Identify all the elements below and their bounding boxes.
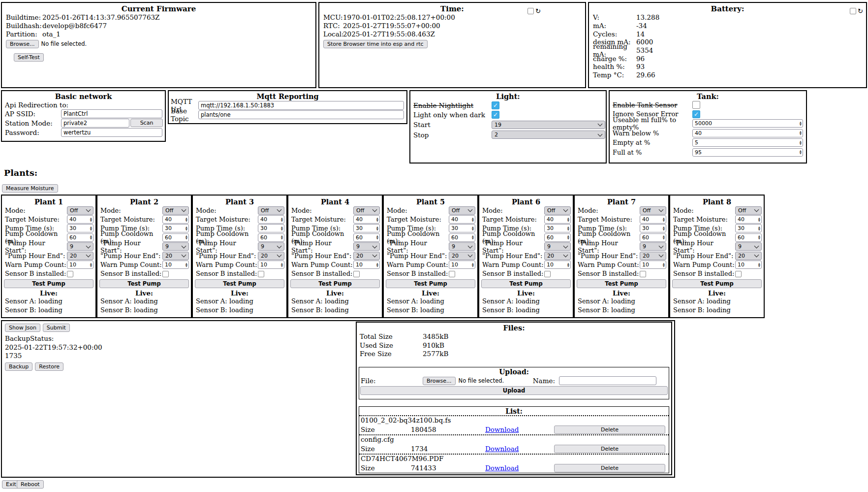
pump-hour-start-select[interactable]: 9 — [640, 242, 666, 251]
upload-browse-button[interactable]: Browse... — [423, 377, 456, 385]
number-spinner[interactable]: ▲▼ — [663, 226, 665, 231]
show-json-button[interactable]: Show Json — [5, 324, 40, 332]
number-spinner[interactable]: ▲▼ — [663, 217, 665, 222]
pump-cooldown-input[interactable]: 60▲▼ — [544, 233, 571, 242]
pump-hour-start-select[interactable]: 9 — [258, 242, 284, 251]
sensor-b-installed-checkbox[interactable]: ✓ — [353, 271, 360, 277]
number-spinner[interactable]: ▲▼ — [281, 226, 283, 231]
pump-time-input[interactable]: 30▲▼ — [162, 224, 189, 232]
light-start-select[interactable]: 19 — [492, 121, 605, 129]
number-spinner[interactable]: ▲▼ — [758, 235, 760, 240]
useable-ml-input[interactable]: 50000▲▼ — [692, 119, 803, 128]
pump-cooldown-input[interactable]: 60▲▼ — [449, 233, 475, 242]
download-link[interactable]: Download — [485, 464, 554, 472]
target-moisture-input[interactable]: 40▲▼ — [735, 215, 762, 224]
target-moisture-input[interactable]: 40▲▼ — [162, 215, 189, 224]
warn-pump-count-input[interactable]: 10▲▼ — [162, 261, 189, 269]
number-spinner[interactable]: ▲▼ — [567, 262, 569, 267]
sensor-b-installed-checkbox[interactable]: ✓ — [162, 271, 169, 277]
number-spinner[interactable]: ▲▼ — [472, 217, 474, 222]
time-auto-refresh-checkbox[interactable]: ✓ — [527, 8, 534, 14]
pump-cooldown-input[interactable]: 60▲▼ — [640, 233, 666, 242]
full-at-input[interactable]: 95▲▼ — [692, 148, 803, 157]
mode-select[interactable]: Off — [258, 206, 284, 215]
pump-hour-end-select[interactable]: 20 — [735, 252, 762, 260]
warn-pump-count-input[interactable]: 10▲▼ — [449, 261, 475, 269]
upload-button[interactable]: Upload — [360, 386, 668, 395]
pump-hour-end-select[interactable]: 20 — [258, 252, 284, 260]
target-moisture-input[interactable]: 40▲▼ — [258, 215, 284, 224]
number-spinner[interactable]: ▲▼ — [663, 235, 665, 240]
test-pump-button[interactable]: Test Pump — [290, 279, 380, 288]
number-spinner[interactable]: ▲▼ — [281, 235, 283, 240]
number-spinner[interactable]: ▲▼ — [90, 217, 92, 222]
pump-hour-start-select[interactable]: 9 — [67, 242, 93, 251]
pump-cooldown-input[interactable]: 60▲▼ — [353, 233, 380, 242]
number-spinner[interactable]: ▲▼ — [472, 235, 474, 240]
test-pump-button[interactable]: Test Pump — [99, 279, 189, 288]
pump-time-input[interactable]: 30▲▼ — [67, 224, 93, 232]
light-only-dark-checkbox[interactable]: ✓ — [492, 111, 499, 119]
number-spinner[interactable]: ▲▼ — [376, 226, 378, 231]
sensor-b-installed-checkbox[interactable]: ✓ — [640, 271, 646, 277]
password-input[interactable] — [61, 128, 162, 137]
pump-time-input[interactable]: 30▲▼ — [449, 224, 475, 232]
number-spinner[interactable]: ▲▼ — [663, 262, 665, 267]
number-spinner[interactable]: ▲▼ — [186, 226, 187, 231]
pump-hour-start-select[interactable]: 9 — [449, 242, 475, 251]
test-pump-button[interactable]: Test Pump — [195, 279, 284, 288]
mode-select[interactable]: Off — [67, 206, 93, 215]
store-browser-time-button[interactable]: Store Browser time into esp and rtc — [323, 40, 428, 48]
pump-hour-start-select[interactable]: 9 — [544, 242, 571, 251]
warn-pump-count-input[interactable]: 10▲▼ — [258, 261, 284, 269]
number-spinner[interactable]: ▲▼ — [281, 217, 283, 222]
pump-hour-end-select[interactable]: 20 — [353, 252, 380, 260]
number-spinner[interactable]: ▲▼ — [376, 235, 378, 240]
battery-auto-refresh-checkbox[interactable]: ✓ — [850, 8, 856, 14]
warn-pump-count-input[interactable]: 10▲▼ — [735, 261, 762, 269]
number-spinner[interactable]: ▲▼ — [281, 262, 283, 267]
pump-hour-end-select[interactable]: 20 — [544, 252, 571, 260]
warn-pump-count-input[interactable]: 10▲▼ — [544, 261, 571, 269]
backup-button[interactable]: Backup — [5, 362, 32, 371]
pump-time-input[interactable]: 30▲▼ — [735, 224, 762, 232]
mode-select[interactable]: Off — [544, 206, 571, 215]
ignore-sensor-error-checkbox[interactable]: ✓ — [692, 110, 700, 118]
test-pump-button[interactable]: Test Pump — [577, 279, 666, 288]
target-moisture-input[interactable]: 40▲▼ — [67, 215, 93, 224]
test-pump-button[interactable]: Test Pump — [481, 279, 571, 288]
warn-pump-count-input[interactable]: 10▲▼ — [640, 261, 666, 269]
number-spinner[interactable]: ▲▼ — [186, 217, 187, 222]
mqtt-url-input[interactable] — [198, 101, 404, 110]
refresh-icon[interactable]: ↻ — [858, 8, 863, 14]
sensor-b-installed-checkbox[interactable]: ✓ — [67, 271, 73, 277]
pump-time-input[interactable]: 30▲▼ — [353, 224, 380, 232]
test-pump-button[interactable]: Test Pump — [672, 279, 762, 288]
number-spinner[interactable]: ▲▼ — [567, 235, 569, 240]
pump-hour-start-select[interactable]: 9 — [353, 242, 380, 251]
empty-at-input[interactable]: 5▲▼ — [692, 138, 803, 147]
enable-tank-sensor-checkbox[interactable]: ✓ — [692, 101, 700, 109]
pump-time-input[interactable]: 30▲▼ — [640, 224, 666, 232]
pump-cooldown-input[interactable]: 60▲▼ — [162, 233, 189, 242]
number-spinner[interactable]: ▲▼ — [186, 262, 187, 267]
mode-select[interactable]: Off — [735, 206, 762, 215]
number-spinner[interactable]: ▲▼ — [376, 262, 378, 267]
number-spinner[interactable]: ▲▼ — [800, 131, 802, 135]
test-pump-button[interactable]: Test Pump — [4, 279, 93, 288]
ap-ssid-input[interactable] — [61, 109, 162, 118]
number-spinner[interactable]: ▲▼ — [567, 226, 569, 231]
enable-nightlight-checkbox[interactable]: ✓ — [492, 101, 499, 109]
warn-pump-count-input[interactable]: 10▲▼ — [67, 261, 93, 269]
mode-select[interactable]: Off — [640, 206, 666, 215]
station-mode-input[interactable] — [61, 119, 129, 128]
number-spinner[interactable]: ▲▼ — [758, 226, 760, 231]
number-spinner[interactable]: ▲▼ — [186, 235, 187, 240]
submit-button[interactable]: Submit — [43, 324, 70, 332]
number-spinner[interactable]: ▲▼ — [758, 262, 760, 267]
self-test-button[interactable]: Self-Test — [14, 53, 44, 62]
download-link[interactable]: Download — [485, 426, 554, 433]
number-spinner[interactable]: ▲▼ — [472, 262, 474, 267]
mode-select[interactable]: Off — [449, 206, 475, 215]
warn-below-input[interactable]: 40▲▼ — [692, 129, 803, 137]
